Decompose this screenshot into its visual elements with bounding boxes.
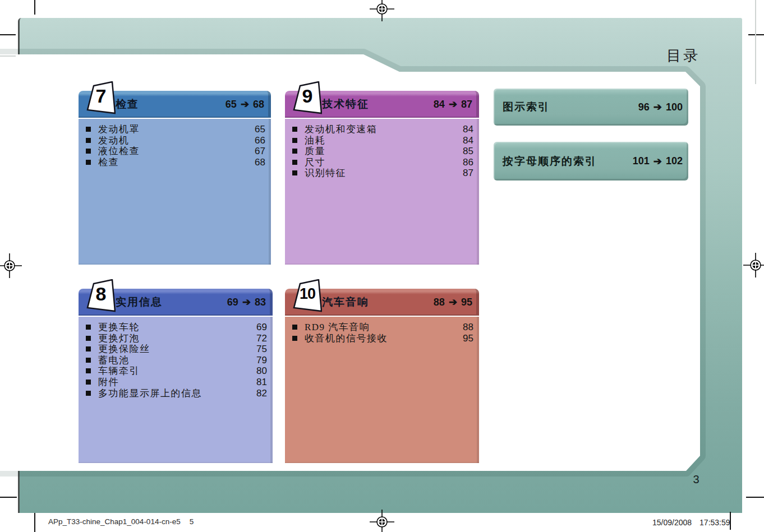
crop-mark bbox=[34, 513, 35, 532]
square-bullet-icon bbox=[86, 160, 91, 165]
square-bullet-icon bbox=[292, 149, 297, 154]
entry-label: 质量 bbox=[305, 146, 463, 157]
entry-page: 84 bbox=[463, 124, 476, 135]
range-from: 96 bbox=[638, 101, 650, 113]
square-bullet-icon bbox=[292, 127, 297, 132]
range-to: 68 bbox=[253, 99, 264, 110]
footer-document-reference: APp_T33-chine_Chap1_004-014-cn-e5 5 bbox=[48, 517, 194, 526]
entry-label: RD9 汽车音响 bbox=[305, 322, 463, 333]
entry-page: 66 bbox=[255, 135, 268, 146]
toc-entry: RD9 汽车音响88 bbox=[291, 322, 476, 333]
section-item-list: 更换车轮69 更换灯泡72 更换保险丝75 蓄电池79 车辆牵引80 附件81 … bbox=[79, 317, 273, 463]
entry-page: 79 bbox=[256, 355, 269, 366]
entry-page: 82 bbox=[256, 388, 269, 399]
square-bullet-icon bbox=[86, 391, 91, 396]
manual-toc-page: 目录 7 检查 65 ➔ 68 发动机罩65 发动机66 液位检查67 检查68 bbox=[0, 0, 764, 532]
range-to: 87 bbox=[461, 99, 472, 110]
section-box-audio: 10 汽车音响 88 ➔ 95 RD9 汽车音响88 收音机的信号接收95 bbox=[285, 289, 479, 463]
page-range: 101 ➔ 102 bbox=[633, 155, 683, 168]
right-arrow-icon: ➔ bbox=[653, 155, 662, 168]
crop-mark bbox=[34, 0, 35, 15]
square-bullet-icon bbox=[86, 346, 91, 351]
sheet-number: 5 bbox=[190, 517, 194, 526]
entry-label: 更换保险丝 bbox=[98, 344, 256, 355]
section-header: 10 汽车音响 88 ➔ 95 bbox=[285, 289, 479, 316]
crop-mark bbox=[746, 497, 764, 498]
entry-page: 72 bbox=[256, 333, 269, 344]
section-header: 8 实用信息 69 ➔ 83 bbox=[79, 289, 273, 316]
section-item-list: RD9 汽车音响88 收音机的信号接收95 bbox=[285, 317, 479, 463]
registration-mark-icon bbox=[370, 0, 394, 21]
section-title: 实用信息 bbox=[116, 295, 163, 309]
section-box-technical: 9 技术特征 84 ➔ 87 发动机和变速箱84 油耗84 质量85 尺寸86 … bbox=[285, 91, 479, 265]
toc-entry: 多功能显示屏上的信息82 bbox=[84, 388, 269, 399]
index-label: 图示索引 bbox=[503, 100, 550, 114]
section-header: 9 技术特征 84 ➔ 87 bbox=[285, 91, 479, 118]
right-arrow-icon: ➔ bbox=[242, 296, 251, 308]
toc-entry: 更换灯泡72 bbox=[84, 333, 269, 344]
square-bullet-icon bbox=[86, 358, 91, 363]
index-bar-illustrations: 图示索引 96 ➔ 100 bbox=[494, 89, 688, 126]
toc-entry: 液位检查67 bbox=[84, 146, 268, 157]
toc-entry: 发动机66 bbox=[84, 135, 268, 146]
toc-entry: 更换保险丝75 bbox=[84, 344, 269, 355]
toc-entry: 发动机罩65 bbox=[84, 124, 268, 135]
entry-page: 87 bbox=[463, 168, 476, 179]
footer-timestamp: 15/09/2008 17:53:59 bbox=[652, 518, 730, 527]
toc-entry: 收音机的信号接收95 bbox=[291, 333, 476, 344]
registration-mark-icon bbox=[0, 253, 22, 278]
page-title: 目录 bbox=[628, 46, 700, 66]
page-range: 65 ➔ 68 bbox=[225, 98, 264, 110]
chapter-number-tab: 8 bbox=[86, 279, 116, 313]
entry-label: 更换灯泡 bbox=[98, 333, 256, 344]
section-title: 汽车音响 bbox=[322, 295, 369, 309]
square-bullet-icon bbox=[86, 149, 91, 154]
page-range: 69 ➔ 83 bbox=[227, 296, 266, 308]
registration-mark-icon bbox=[370, 510, 394, 532]
toc-entry: 发动机和变速箱84 bbox=[291, 124, 476, 135]
entry-label: 检查 bbox=[98, 157, 255, 168]
toc-entry: 油耗84 bbox=[291, 135, 476, 146]
entry-page: 68 bbox=[255, 157, 268, 168]
entry-label: 多功能显示屏上的信息 bbox=[98, 388, 256, 399]
toc-entry: 附件81 bbox=[84, 377, 269, 388]
entry-label: 发动机罩 bbox=[98, 124, 255, 135]
page-range: 88 ➔ 95 bbox=[434, 296, 472, 308]
chapter-number: 9 bbox=[293, 85, 322, 107]
crop-mark bbox=[730, 512, 731, 530]
range-to: 95 bbox=[461, 297, 472, 308]
square-bullet-icon bbox=[292, 170, 297, 175]
footer-date: 15/09/2008 bbox=[652, 518, 692, 527]
entry-page: 80 bbox=[256, 366, 269, 377]
toc-entry: 车辆牵引80 bbox=[84, 366, 269, 377]
range-from: 69 bbox=[227, 297, 238, 308]
right-arrow-icon: ➔ bbox=[449, 98, 457, 110]
right-arrow-icon: ➔ bbox=[653, 101, 662, 113]
entry-page: 67 bbox=[255, 146, 268, 157]
page-range: 84 ➔ 87 bbox=[434, 98, 472, 110]
square-bullet-icon bbox=[86, 127, 91, 132]
footer-time: 17:53:59 bbox=[699, 518, 730, 527]
chapter-number-tab: 9 bbox=[293, 81, 322, 115]
entry-page: 85 bbox=[463, 146, 476, 157]
index-bar-alphabetical: 按字母顺序的索引 101 ➔ 102 bbox=[494, 142, 688, 181]
range-to: 100 bbox=[666, 101, 683, 113]
entry-label: 液位检查 bbox=[98, 146, 255, 157]
crop-mark bbox=[0, 34, 16, 35]
section-item-list: 发动机罩65 发动机66 液位检查67 检查68 bbox=[79, 119, 271, 265]
page-range: 96 ➔ 100 bbox=[638, 101, 683, 113]
crop-mark bbox=[755, 0, 756, 84]
range-to: 83 bbox=[255, 297, 266, 308]
entry-label: 附件 bbox=[98, 377, 256, 388]
toc-entry: 识别特征87 bbox=[291, 168, 476, 179]
range-to: 102 bbox=[666, 155, 683, 167]
square-bullet-icon bbox=[86, 325, 91, 330]
section-title: 技术特征 bbox=[322, 97, 369, 112]
range-from: 88 bbox=[434, 297, 445, 308]
entry-label: 发动机 bbox=[98, 135, 255, 146]
entry-label: 油耗 bbox=[305, 135, 463, 146]
square-bullet-icon bbox=[86, 336, 91, 341]
section-title: 检查 bbox=[116, 97, 139, 112]
entry-label: 发动机和变速箱 bbox=[305, 124, 463, 135]
chapter-number-tab: 10 bbox=[293, 279, 322, 313]
